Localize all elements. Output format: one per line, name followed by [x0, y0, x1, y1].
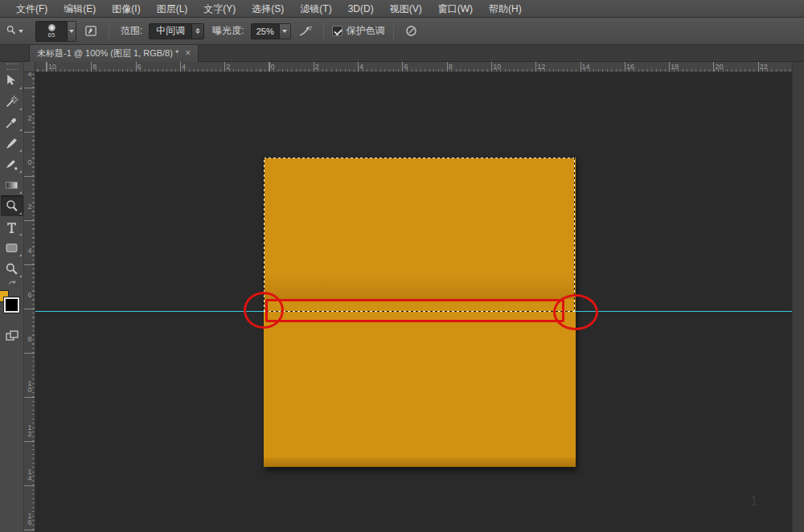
menu-item-8[interactable]: 视图(V): [382, 0, 430, 18]
palette-grip[interactable]: [6, 63, 18, 70]
faint-watermark: 1: [750, 493, 757, 509]
protect-tones-control[interactable]: 保护色调: [332, 24, 385, 38]
exposure-label: 曝光度:: [212, 24, 244, 38]
menu-item-9[interactable]: 窗口(W): [430, 0, 481, 18]
exposure-dropdown-button[interactable]: [280, 23, 291, 39]
h-ruler-label: 10: [493, 63, 501, 71]
tab-bar: 未标题-1 @ 100% (图层 1, RGB/8) * ×: [0, 45, 804, 62]
annotation-red-rectangle: [265, 299, 564, 322]
menu-item-4[interactable]: 文字(Y): [195, 0, 244, 18]
chevron-down-icon: [69, 30, 74, 33]
magic-wand-tool[interactable]: [1, 91, 23, 112]
close-tab-icon[interactable]: ×: [185, 49, 191, 58]
screen-mode-button[interactable]: [1, 327, 23, 345]
brush-preset-picker[interactable]: 65: [31, 21, 76, 42]
menu-item-2[interactable]: 图像(I): [104, 0, 148, 18]
v-ruler-label: 14: [26, 469, 34, 481]
v-ruler-label: 4: [26, 72, 34, 77]
tool-palette: [0, 62, 24, 532]
dodge-tool[interactable]: [1, 195, 23, 216]
v-ruler-label: 2: [26, 203, 34, 210]
separator: [323, 22, 324, 41]
canvas-area[interactable]: 1: [35, 72, 792, 532]
eyedropper-tool[interactable]: [1, 112, 23, 133]
v-ruler-label: 12: [26, 424, 34, 437]
v-ruler-label: 16: [26, 513, 34, 526]
h-ruler-label: 22: [760, 63, 768, 71]
v-ruler-label: 2: [26, 115, 34, 121]
zoom-tool[interactable]: [1, 258, 23, 279]
rectangle-tool[interactable]: [1, 237, 23, 258]
h-ruler-label: 10: [48, 63, 56, 71]
swap-colors-button[interactable]: [1, 279, 23, 289]
type-tool[interactable]: [1, 216, 23, 237]
annotation-red-circle-left: [244, 292, 284, 329]
background-color-swatch[interactable]: [4, 297, 19, 313]
bottom-shading-band: [264, 457, 576, 467]
menu-item-10[interactable]: 帮助(H): [481, 0, 530, 18]
exposure-control[interactable]: 25%: [251, 23, 291, 39]
protect-tones-label: 保护色调: [347, 24, 385, 38]
toggle-brush-panel-button[interactable]: [81, 22, 100, 41]
tablet-pressure-button[interactable]: [402, 22, 421, 41]
separator: [393, 22, 394, 41]
brush-tool[interactable]: [1, 133, 23, 153]
photoshop-window: 文件(F)编辑(E)图像(I)图层(L)文字(Y)选择(S)滤镜(T)3D(D)…: [0, 0, 804, 532]
document-tab[interactable]: 未标题-1 @ 100% (图层 1, RGB/8) * ×: [29, 45, 199, 62]
menu-item-7[interactable]: 3D(D): [340, 0, 382, 18]
options-bar: 65 范围: 中间调 曝光度: 25% 保护色调: [0, 18, 804, 45]
ruler-vertical[interactable]: 420246810121416: [24, 72, 35, 532]
panel-edge-strip: [792, 62, 804, 532]
ruler-horizontal[interactable]: 1086420246810121416182022: [35, 62, 792, 72]
brush-preview: 65: [35, 21, 68, 42]
h-ruler-label: 20: [716, 63, 724, 71]
h-ruler-label: 18: [671, 63, 679, 71]
h-ruler-label: 4: [182, 63, 186, 71]
brush-tip-icon: [48, 24, 55, 31]
v-ruler-label: 6: [26, 292, 34, 298]
annotation-red-circle-right: [553, 294, 598, 330]
separator: [109, 22, 109, 41]
dodge-shading-band: [264, 275, 576, 299]
brush-size-value: 65: [48, 31, 55, 39]
tool-preset-icon: [6, 24, 16, 39]
h-ruler-label: 8: [449, 63, 453, 71]
h-ruler-label: 6: [137, 63, 142, 71]
range-value: 中间调: [150, 24, 191, 38]
gradient-tool[interactable]: [1, 174, 23, 195]
menu-bar: 文件(F)编辑(E)图像(I)图层(L)文字(Y)选择(S)滤镜(T)3D(D)…: [0, 0, 804, 18]
mixer-brush-tool[interactable]: [1, 153, 23, 174]
range-select[interactable]: 中间调: [149, 23, 204, 39]
menu-item-5[interactable]: 选择(S): [244, 0, 292, 18]
h-ruler-label: 2: [226, 63, 230, 71]
v-ruler-label: 4: [26, 248, 34, 254]
airbrush-toggle-button[interactable]: [296, 22, 315, 41]
chevron-down-icon: [282, 30, 287, 33]
menu-item-6[interactable]: 滤镜(T): [292, 0, 339, 18]
menu-item-0[interactable]: 文件(F): [8, 0, 55, 18]
protect-tones-checkbox[interactable]: [332, 26, 343, 36]
h-ruler-label: 16: [626, 63, 634, 71]
v-ruler-label: 0: [26, 159, 34, 166]
color-swatches: [0, 289, 24, 319]
h-ruler-label: 12: [537, 63, 545, 71]
h-ruler-label: 6: [404, 63, 408, 71]
h-ruler-label: 14: [582, 63, 590, 71]
updown-arrows-icon: [191, 24, 203, 39]
tool-palette-tools: [1, 70, 23, 279]
h-ruler-label: 8: [92, 63, 96, 71]
ruler-corner[interactable]: [24, 62, 35, 72]
chevron-down-icon: [18, 30, 23, 33]
h-ruler-label: 0: [271, 63, 275, 71]
move-tool[interactable]: [1, 70, 23, 91]
menu-item-3[interactable]: 图层(L): [149, 0, 196, 18]
brush-preset-dropdown-button[interactable]: [67, 21, 76, 42]
exposure-value[interactable]: 25%: [251, 23, 280, 39]
menu-item-1[interactable]: 编辑(E): [55, 0, 104, 18]
h-ruler-label: 2: [315, 63, 319, 71]
tool-preset-picker[interactable]: [3, 23, 26, 40]
h-ruler-label: 4: [359, 63, 363, 71]
v-ruler-label: 10: [26, 380, 34, 393]
v-ruler-label: 8: [26, 336, 34, 342]
document-title: 未标题-1 @ 100% (图层 1, RGB/8) *: [37, 47, 178, 59]
